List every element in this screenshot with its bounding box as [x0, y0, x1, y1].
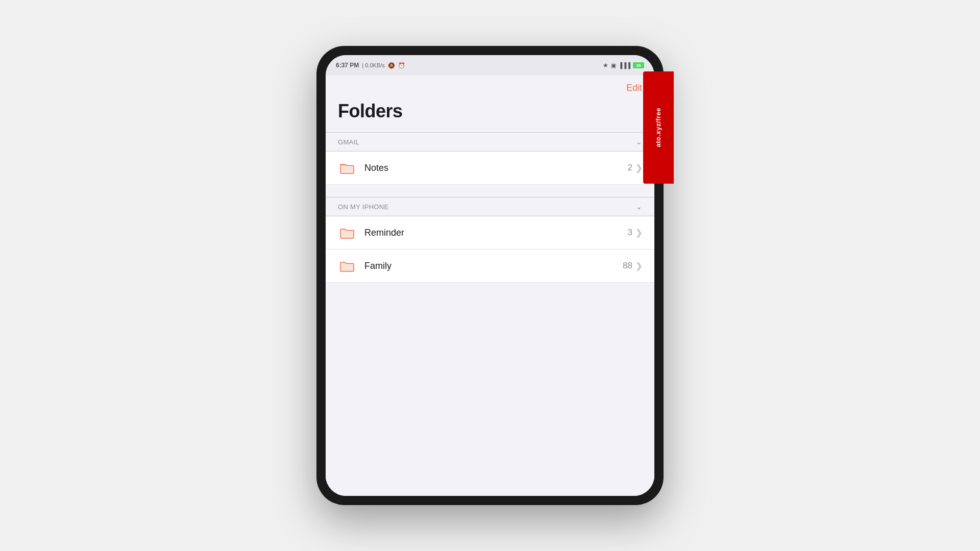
folder-icon-notes [338, 159, 356, 177]
list-item[interactable]: Notes 2 ❯ [326, 152, 654, 185]
phone-wrapper: 6:37 PM | 0.0KB/s 🔕 ⏰ ★ ▣ ▐▐▐ 39 Edit [316, 46, 664, 505]
folder-icon-reminder [338, 223, 356, 242]
list-item[interactable]: Family 88 ❯ [326, 249, 654, 283]
phone-screen: 6:37 PM | 0.0KB/s 🔕 ⏰ ★ ▣ ▐▐▐ 39 Edit [326, 55, 654, 496]
edit-button[interactable]: Edit [626, 83, 642, 93]
top-bar: Edit [326, 76, 654, 97]
debug-text: ato.xyz/free [654, 108, 663, 147]
folder-name-family: Family [364, 261, 623, 271]
folder-icon-family [338, 257, 356, 275]
section-header-iphone[interactable]: ON MY IPHONE ⌄ [326, 197, 654, 216]
iphone-collapse-icon[interactable]: ⌄ [636, 203, 642, 211]
alarm-icon: ⏰ [398, 62, 405, 69]
status-right: ★ ▣ ▐▐▐ 39 [603, 62, 644, 69]
iphone-section-title: ON MY IPHONE [338, 203, 388, 211]
app-content: Edit Folders GMAIL ⌄ [326, 76, 654, 496]
section-header-gmail[interactable]: GMAIL ⌄ [326, 132, 654, 152]
status-bar: 6:37 PM | 0.0KB/s 🔕 ⏰ ★ ▣ ▐▐▐ 39 [326, 55, 654, 76]
list-item[interactable]: Reminder 3 ❯ [326, 216, 654, 249]
folder-name-reminder: Reminder [364, 228, 628, 238]
time-display: 6:37 PM [336, 62, 359, 69]
folder-count-notes: 2 [628, 163, 632, 173]
folder-count-reminder: 3 [628, 228, 632, 238]
folder-name-notes: Notes [364, 163, 628, 173]
page-title: Folders [338, 101, 642, 122]
section-gap [326, 185, 654, 197]
folder-list: GMAIL ⌄ Notes 2 ❯ [326, 132, 654, 496]
chevron-right-reminder: ❯ [635, 228, 642, 238]
sim-icon: ▣ [611, 62, 616, 69]
speed-display: | 0.0KB/s [362, 62, 384, 68]
chevron-right-notes: ❯ [635, 163, 642, 173]
chevron-right-family: ❯ [635, 261, 642, 271]
gmail-collapse-icon[interactable]: ⌄ [636, 138, 642, 146]
signal-icon: ▐▐▐ [619, 62, 630, 68]
page-title-section: Folders [326, 97, 654, 132]
battery-indicator: 39 [633, 62, 644, 68]
status-left: 6:37 PM | 0.0KB/s 🔕 ⏰ [336, 62, 405, 69]
debug-badge: ato.xyz/free [643, 71, 674, 184]
bluetooth-icon: ★ [603, 62, 608, 69]
folder-count-family: 88 [623, 261, 632, 271]
mute-icon: 🔕 [388, 62, 395, 69]
gmail-section-title: GMAIL [338, 138, 359, 146]
